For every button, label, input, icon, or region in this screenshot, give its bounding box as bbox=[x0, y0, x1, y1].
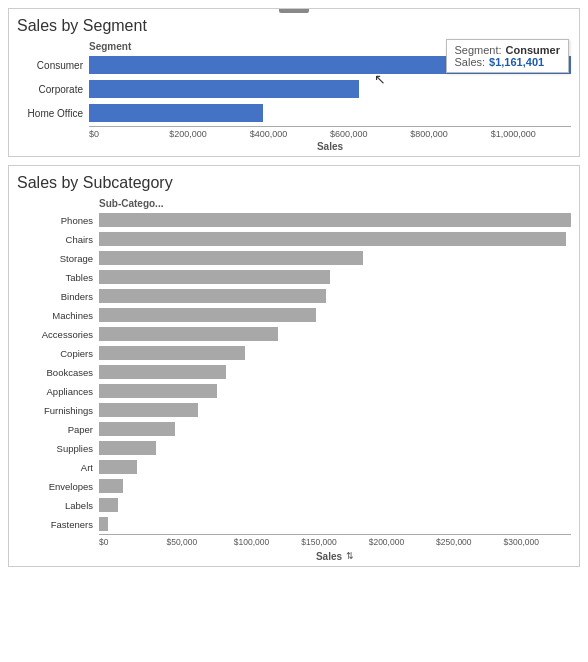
sub-bar-label-10: Furnishings bbox=[17, 405, 99, 416]
sub-bar-fill-2[interactable] bbox=[99, 251, 363, 265]
section2-title: Sales by Subcategory bbox=[17, 174, 571, 192]
sub-bar-fill-1[interactable] bbox=[99, 232, 566, 246]
sub-x-tick-6: $300,000 bbox=[504, 537, 571, 547]
sub-bar-area-1 bbox=[99, 232, 571, 246]
sub-x-tick-4: $200,000 bbox=[369, 537, 436, 547]
sub-bar-row-7: Copiers bbox=[17, 344, 571, 362]
sub-bar-fill-14[interactable] bbox=[99, 479, 123, 493]
sub-bar-row-12: Supplies bbox=[17, 439, 571, 457]
sub-bar-fill-9[interactable] bbox=[99, 384, 217, 398]
sub-bar-area-2 bbox=[99, 251, 571, 265]
sub-bar-fill-8[interactable] bbox=[99, 365, 226, 379]
subcategory-bars-container: PhonesChairsStorageTablesBindersMachines… bbox=[17, 211, 571, 534]
sub-bar-fill-6[interactable] bbox=[99, 327, 278, 341]
x-tick-0: $0 bbox=[89, 129, 169, 139]
segment-bar-chart: Segment Consumer Corporate Home Office $… bbox=[17, 41, 571, 152]
segment-y-axis-label: Segment bbox=[89, 41, 571, 52]
sub-bar-row-11: Paper bbox=[17, 420, 571, 438]
sub-bar-area-6 bbox=[99, 327, 571, 341]
x-tick-4: $800,000 bbox=[410, 129, 490, 139]
subcategory-x-axis-ticks: $0 $50,000 $100,000 $150,000 $200,000 $2… bbox=[99, 534, 571, 547]
sub-bar-fill-10[interactable] bbox=[99, 403, 198, 417]
sub-bar-area-8 bbox=[99, 365, 571, 379]
sub-bar-area-5 bbox=[99, 308, 571, 322]
sub-bar-label-4: Binders bbox=[17, 291, 99, 302]
sales-by-segment-section: Sales by Segment Segment Consumer Corpor… bbox=[8, 8, 580, 157]
bar-row-homeoffice: Home Office bbox=[17, 102, 571, 124]
bar-label-consumer: Consumer bbox=[17, 60, 89, 71]
sub-bar-fill-12[interactable] bbox=[99, 441, 156, 455]
sub-x-tick-3: $150,000 bbox=[301, 537, 368, 547]
sub-bar-label-1: Chairs bbox=[17, 234, 99, 245]
sub-bar-area-16 bbox=[99, 517, 571, 531]
sub-x-tick-2: $100,000 bbox=[234, 537, 301, 547]
sub-bar-fill-3[interactable] bbox=[99, 270, 330, 284]
sub-bar-area-4 bbox=[99, 289, 571, 303]
bar-fill-consumer[interactable] bbox=[89, 56, 571, 74]
sub-bar-area-13 bbox=[99, 460, 571, 474]
x-tick-1: $200,000 bbox=[169, 129, 249, 139]
sub-bar-area-0 bbox=[99, 213, 571, 227]
subcategory-x-axis-label: Sales bbox=[316, 551, 342, 562]
bar-area-consumer bbox=[89, 56, 571, 74]
sub-x-tick-1: $50,000 bbox=[166, 537, 233, 547]
sub-bar-label-9: Appliances bbox=[17, 386, 99, 397]
sub-bar-label-11: Paper bbox=[17, 424, 99, 435]
sub-bar-area-14 bbox=[99, 479, 571, 493]
sub-bar-area-12 bbox=[99, 441, 571, 455]
sub-bar-label-6: Accessories bbox=[17, 329, 99, 340]
sub-x-tick-5: $250,000 bbox=[436, 537, 503, 547]
sub-bar-label-14: Envelopes bbox=[17, 481, 99, 492]
sub-bar-label-16: Fasteners bbox=[17, 519, 99, 530]
sub-bar-label-5: Machines bbox=[17, 310, 99, 321]
sub-bar-row-2: Storage bbox=[17, 249, 571, 267]
sub-bar-area-15 bbox=[99, 498, 571, 512]
bar-label-corporate: Corporate bbox=[17, 84, 89, 95]
bar-fill-homeoffice[interactable] bbox=[89, 104, 263, 122]
sales-by-subcategory-section: Sales by Subcategory Sub-Catego... Phone… bbox=[8, 165, 580, 567]
sort-icon[interactable]: ⇅ bbox=[346, 551, 354, 561]
sub-bar-fill-7[interactable] bbox=[99, 346, 245, 360]
sub-bar-row-3: Tables bbox=[17, 268, 571, 286]
subcategory-y-axis-label: Sub-Catego... bbox=[99, 198, 571, 209]
bar-area-homeoffice bbox=[89, 104, 571, 122]
sub-bar-label-12: Supplies bbox=[17, 443, 99, 454]
sub-x-tick-0: $0 bbox=[99, 537, 166, 547]
sub-bar-label-7: Copiers bbox=[17, 348, 99, 359]
sub-bar-row-4: Binders bbox=[17, 287, 571, 305]
subcategory-x-axis-label-row: Sales ⇅ bbox=[99, 549, 571, 562]
sub-bar-row-5: Machines bbox=[17, 306, 571, 324]
subcategory-bar-chart: Sub-Catego... PhonesChairsStorageTablesB… bbox=[17, 198, 571, 562]
bar-fill-corporate[interactable] bbox=[89, 80, 359, 98]
sub-bar-row-0: Phones bbox=[17, 211, 571, 229]
scroll-handle[interactable] bbox=[279, 8, 309, 13]
segment-x-axis-ticks: $0 $200,000 $400,000 $600,000 $800,000 $… bbox=[89, 126, 571, 139]
sub-bar-area-11 bbox=[99, 422, 571, 436]
sub-bar-label-3: Tables bbox=[17, 272, 99, 283]
sub-bar-row-14: Envelopes bbox=[17, 477, 571, 495]
x-tick-2: $400,000 bbox=[250, 129, 330, 139]
sub-bar-fill-16[interactable] bbox=[99, 517, 108, 531]
sub-bar-fill-4[interactable] bbox=[99, 289, 326, 303]
sub-bar-label-0: Phones bbox=[17, 215, 99, 226]
sub-bar-row-10: Furnishings bbox=[17, 401, 571, 419]
sub-bar-fill-13[interactable] bbox=[99, 460, 137, 474]
sub-bar-row-13: Art bbox=[17, 458, 571, 476]
bar-row-consumer: Consumer bbox=[17, 54, 571, 76]
sub-bar-fill-11[interactable] bbox=[99, 422, 175, 436]
sub-bar-row-9: Appliances bbox=[17, 382, 571, 400]
sub-bar-row-16: Fasteners bbox=[17, 515, 571, 533]
sub-bar-area-9 bbox=[99, 384, 571, 398]
sub-bar-label-8: Bookcases bbox=[17, 367, 99, 378]
sub-bar-fill-5[interactable] bbox=[99, 308, 316, 322]
x-tick-5: $1,000,000 bbox=[491, 129, 571, 139]
sub-bar-area-7 bbox=[99, 346, 571, 360]
sub-bar-fill-15[interactable] bbox=[99, 498, 118, 512]
bar-row-corporate: Corporate bbox=[17, 78, 571, 100]
sub-bar-label-15: Labels bbox=[17, 500, 99, 511]
sub-bar-fill-0[interactable] bbox=[99, 213, 571, 227]
sub-bar-label-13: Art bbox=[17, 462, 99, 473]
sub-bar-row-8: Bookcases bbox=[17, 363, 571, 381]
sub-bar-area-10 bbox=[99, 403, 571, 417]
sub-bar-area-3 bbox=[99, 270, 571, 284]
